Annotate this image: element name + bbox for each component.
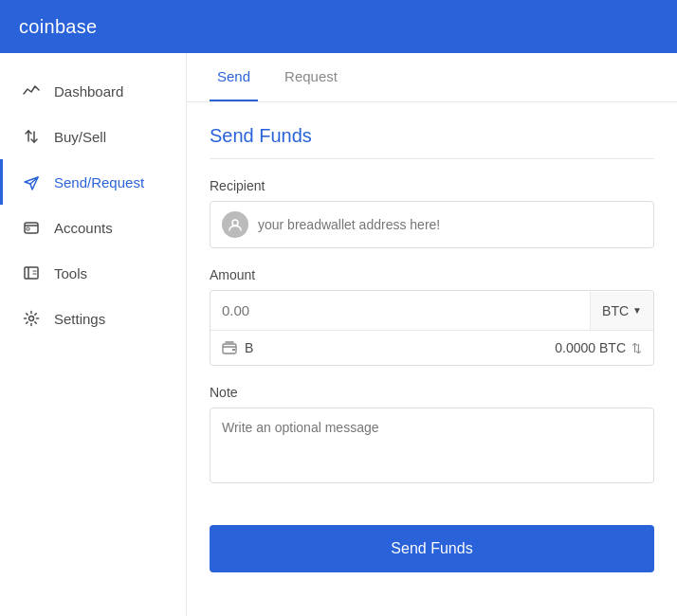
recipient-input-wrapper[interactable] [210,201,654,248]
dashboard-icon [22,82,41,100]
settings-icon [22,309,41,328]
sidebar-item-label-accounts: Accounts [54,220,113,236]
note-textarea[interactable] [210,408,654,483]
recipient-label: Recipient [210,178,654,193]
note-field-group: Note [210,385,654,487]
tab-request[interactable]: Request [277,53,345,101]
note-label: Note [210,385,654,400]
amount-label: Amount [210,267,654,282]
amount-input-row: BTC ▼ [210,291,653,331]
svg-point-9 [232,220,238,226]
wallet-label: B [245,340,253,355]
sidebar-item-tools[interactable]: Tools [0,250,186,296]
page-title: Send Funds [210,125,654,159]
main-content: Send Request Send Funds Recipient [187,53,677,616]
sidebar-item-accounts[interactable]: Accounts [0,205,186,250]
sidebar-item-send-request[interactable]: Send/Request [0,159,186,205]
wallet-balance-value: 0.0000 BTC [555,340,626,355]
sidebar-item-label-dashboard: Dashboard [54,83,123,100]
sidebar-item-label-settings: Settings [54,311,105,327]
wallet-balance[interactable]: 0.0000 BTC ⇅ [555,340,642,355]
recipient-field-group: Recipient [210,178,654,248]
amount-box: BTC ▼ B [210,290,654,366]
recipient-input[interactable] [258,217,642,232]
tab-bar: Send Request [187,53,677,102]
accounts-icon [22,218,41,237]
sidebar: Dashboard Buy/Sell Send/Request [0,53,187,616]
wallet-row: B 0.0000 BTC ⇅ [210,331,653,365]
svg-rect-11 [232,349,235,351]
svg-rect-3 [27,227,29,230]
amount-input[interactable] [210,291,590,330]
currency-label: BTC [602,303,629,318]
sidebar-item-dashboard[interactable]: Dashboard [0,68,186,114]
send-request-icon [22,172,41,191]
app-layout: Dashboard Buy/Sell Send/Request [0,53,677,616]
svg-rect-4 [25,267,38,279]
logo: coinbase [19,16,97,38]
wallet-icon [222,341,237,354]
recipient-avatar-icon [222,211,248,238]
sidebar-item-buy-sell[interactable]: Buy/Sell [0,114,186,159]
svg-point-8 [29,317,34,321]
sidebar-item-label-tools: Tools [54,265,87,281]
tools-icon [22,263,41,282]
currency-selector[interactable]: BTC ▼ [590,292,653,330]
amount-field-group: Amount BTC ▼ [210,267,654,366]
sidebar-item-label-buy-sell: Buy/Sell [54,129,106,145]
tab-send[interactable]: Send [210,53,258,101]
currency-dropdown-icon: ▼ [632,305,642,316]
wallet-arrows-icon: ⇅ [631,341,642,355]
send-form: Send Funds Recipient Amount [187,102,677,595]
send-funds-button[interactable]: Send Funds [210,525,654,572]
sidebar-item-label-send-request: Send/Request [54,174,144,190]
sidebar-item-settings[interactable]: Settings [0,296,186,341]
buy-sell-icon [22,127,41,146]
header: coinbase [0,0,677,53]
